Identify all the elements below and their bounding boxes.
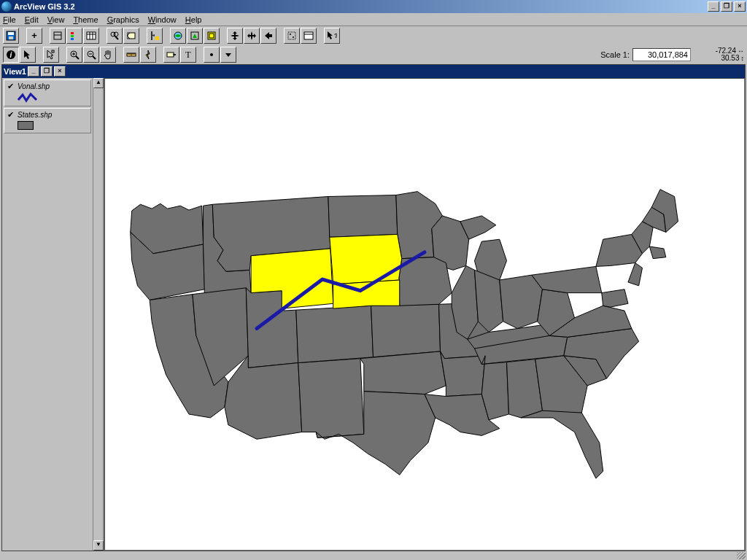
svg-line-14: [115, 36, 118, 39]
select-features-button[interactable]: [284, 28, 300, 44]
restore-button[interactable]: ❐: [721, 1, 732, 12]
table-of-contents: ✔ Vonal.shp ✔ States.shp ▲ ▼: [2, 78, 104, 551]
svg-line-37: [76, 56, 79, 59]
svg-rect-8: [71, 38, 74, 40]
view-minimize-button[interactable]: _: [28, 66, 39, 77]
pan-tool[interactable]: [100, 47, 116, 63]
app-icon: [1, 1, 12, 12]
zoom-selected-button[interactable]: [204, 28, 220, 44]
svg-text:T: T: [185, 50, 191, 60]
theme-checkbox[interactable]: ✔: [7, 110, 14, 120]
svg-marker-53: [225, 53, 231, 57]
view-restore-button[interactable]: ❐: [41, 66, 53, 77]
zoom-in-tool[interactable]: [66, 47, 82, 63]
svg-point-52: [210, 53, 213, 56]
svg-point-26: [293, 36, 294, 38]
svg-rect-4: [54, 32, 61, 39]
find-button[interactable]: [107, 28, 123, 44]
view-titlebar[interactable]: View1 _ ❐ ×: [2, 65, 745, 78]
text-tool[interactable]: T: [180, 47, 196, 63]
svg-line-41: [93, 56, 96, 59]
clear-selected-button[interactable]: [301, 28, 317, 44]
help-pointer-button[interactable]: ?: [324, 28, 340, 44]
zoom-full-extent-button[interactable]: [170, 28, 186, 44]
measure-tool[interactable]: [123, 47, 139, 63]
zoom-active-theme-button[interactable]: [187, 28, 203, 44]
toolbar-tools: i T Scale 1: -72.24↔ 30.53↕: [0, 45, 747, 64]
view-window: View1 _ ❐ × ✔ Vonal.shp ✔ States.shp: [1, 64, 746, 551]
svg-rect-7: [71, 35, 74, 37]
add-theme-button[interactable]: +: [26, 28, 42, 44]
toc-scrollbar[interactable]: ▲ ▼: [93, 78, 103, 551]
svg-rect-6: [71, 32, 74, 34]
view-title: View1: [4, 67, 26, 76]
view-close-button[interactable]: ×: [54, 66, 66, 77]
theme-name: States.shp: [18, 111, 52, 119]
zoom-out-tool[interactable]: [83, 47, 99, 63]
theme-entry-vonal[interactable]: ✔ Vonal.shp: [4, 79, 91, 106]
hotlink-tool[interactable]: [140, 47, 156, 63]
svg-rect-35: [52, 50, 54, 52]
zoom-in-fixed-button[interactable]: [227, 28, 243, 44]
svg-marker-34: [47, 50, 53, 59]
identify-tool[interactable]: i: [3, 47, 19, 63]
edit-legend-button[interactable]: [66, 28, 82, 44]
svg-text:i: i: [10, 51, 12, 59]
svg-point-15: [114, 32, 118, 36]
open-table-button[interactable]: [83, 28, 99, 44]
toolbar-main: + ?: [0, 26, 747, 45]
minimize-button[interactable]: _: [708, 1, 719, 12]
save-button[interactable]: [3, 28, 19, 44]
theme-properties-button[interactable]: [50, 28, 66, 44]
pointer-tool[interactable]: [20, 47, 36, 63]
theme-entry-states[interactable]: ✔ States.shp: [4, 108, 91, 133]
menu-graphics[interactable]: Graphics: [107, 15, 139, 24]
svg-rect-1: [8, 32, 14, 35]
menu-file[interactable]: File: [3, 15, 16, 24]
zoom-previous-button[interactable]: [260, 28, 276, 44]
menu-edit[interactable]: Edit: [25, 15, 39, 24]
close-button[interactable]: ×: [734, 1, 746, 12]
svg-text:?: ?: [334, 32, 337, 39]
menu-theme[interactable]: Theme: [73, 15, 98, 24]
svg-point-25: [290, 34, 291, 35]
scale-input[interactable]: [632, 48, 691, 61]
svg-marker-29: [328, 31, 333, 39]
scroll-up-button[interactable]: ▲: [93, 78, 104, 88]
menu-help[interactable]: Help: [185, 15, 202, 24]
menu-bar: File Edit View Theme Graphics Window Hel…: [0, 13, 747, 26]
resize-grip[interactable]: [737, 552, 746, 559]
svg-rect-27: [304, 32, 313, 39]
svg-marker-23: [265, 32, 272, 39]
theme-legend-swatch: [18, 93, 88, 104]
svg-text:+: +: [31, 31, 37, 41]
draw-point-tool[interactable]: [204, 47, 220, 63]
query-builder-button[interactable]: [147, 28, 163, 44]
theme-checkbox[interactable]: ✔: [7, 82, 14, 91]
menu-view[interactable]: View: [47, 15, 65, 24]
scroll-down-button[interactable]: ▼: [93, 540, 104, 551]
label-tool[interactable]: [163, 47, 179, 63]
status-bar: [0, 551, 747, 560]
vertex-edit-tool[interactable]: [43, 47, 59, 63]
svg-rect-24: [288, 32, 295, 39]
svg-marker-20: [193, 34, 197, 38]
svg-rect-2: [9, 36, 13, 39]
app-title: ArcView GIS 3.2: [14, 2, 75, 11]
scale-label: Scale 1:: [600, 50, 630, 59]
theme-legend-swatch: [18, 121, 88, 131]
menu-window[interactable]: Window: [148, 15, 177, 24]
main-titlebar: ArcView GIS 3.2 _ ❐ ×: [0, 0, 747, 13]
svg-rect-17: [155, 36, 159, 40]
draw-tool-dropdown[interactable]: [220, 47, 236, 63]
svg-rect-49: [167, 52, 174, 57]
svg-rect-9: [87, 32, 96, 39]
theme-name: Vonal.shp: [18, 82, 50, 90]
zoom-out-fixed-button[interactable]: [244, 28, 260, 44]
svg-marker-33: [24, 50, 30, 59]
svg-marker-50: [174, 54, 176, 55]
map-canvas[interactable]: [104, 78, 745, 551]
coordinates-readout: -72.24↔ 30.53↕: [706, 47, 744, 62]
locate-address-button[interactable]: [123, 28, 139, 44]
